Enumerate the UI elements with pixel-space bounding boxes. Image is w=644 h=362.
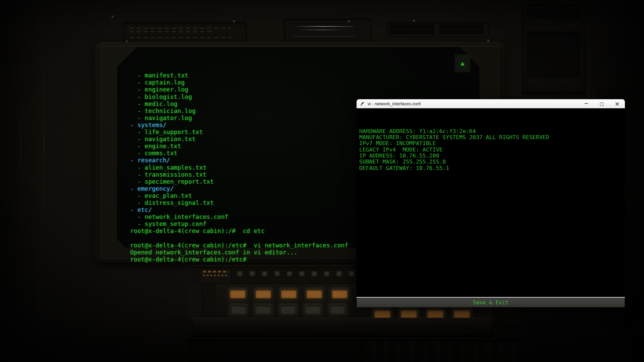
rivet	[413, 19, 416, 22]
plate-markings	[203, 271, 228, 273]
terminal-line: - life_support.txt	[130, 128, 348, 135]
terminal-line: - engine.txt	[130, 142, 348, 149]
feather-icon	[360, 101, 365, 107]
terminal-line: - evac_plan.txt	[130, 192, 348, 199]
spaceship-console-scene: - manifest.txt - captain.log - engineer.…	[0, 0, 644, 362]
console-small-button	[335, 269, 343, 278]
rivet	[347, 20, 351, 23]
terminal-line: - emergency/	[130, 185, 348, 192]
close-button[interactable]: ×	[609, 99, 625, 108]
vi-window-titlebar[interactable]: vi - network_interfaces.conf − □ ×	[357, 99, 625, 108]
config-line: HARDWARE ADDRESS: f1:a2:6c:f3:2e:64	[359, 128, 622, 134]
strip-inset	[527, 32, 580, 78]
terminal-line: - navigator.log	[130, 114, 348, 121]
etched-text-lines	[129, 27, 230, 29]
rivet	[233, 20, 236, 23]
terminal-line: - transmissions.txt	[130, 171, 348, 178]
vi-editor-window: vi - network_interfaces.conf − □ × HARDW…	[357, 99, 625, 307]
terminal-line: - comms.txt	[130, 149, 348, 157]
terminal-line: - network_interfaces.conf	[130, 213, 348, 220]
window-controls: − □ ×	[579, 99, 625, 108]
terminal-line: - technician.log	[130, 107, 348, 114]
config-line: MANUFACTURER: CYBERSTATE SYSTEMS 2037 AL…	[359, 134, 622, 140]
terminal-line: - system_setup.conf	[130, 220, 348, 227]
vi-editor-content[interactable]: HARDWARE ADDRESS: f1:a2:6c:f3:2e:64MANUF…	[357, 108, 625, 297]
terminal-line: - etc/	[130, 206, 348, 213]
strip-inset	[527, 3, 580, 19]
scratch-highlight	[292, 36, 356, 37]
terminal-line: - specimen_report.txt	[130, 178, 348, 185]
config-line: IP ADDRESS: 10.76.55.200	[359, 153, 622, 159]
vent-slot	[439, 25, 484, 34]
console-small-button	[298, 269, 306, 278]
terminal-line: - biologist.log	[130, 93, 348, 100]
minimize-button[interactable]: −	[579, 99, 594, 108]
plate-markings	[203, 275, 228, 276]
rivet	[111, 15, 114, 18]
scratch-highlight	[293, 26, 354, 27]
terminal-line: - medic.log	[130, 100, 348, 107]
terminal-line: root@x-delta-4(crew cabin):/etc# vi netw…	[130, 242, 348, 249]
minimize-icon: −	[584, 100, 588, 107]
maximize-icon: □	[600, 101, 604, 106]
scroll-up-arrow-icon: ▲	[461, 60, 464, 66]
decor-panel-etched-label	[123, 22, 247, 44]
console-small-button	[248, 269, 257, 278]
console-front-edge	[192, 318, 494, 337]
console-key-orange	[304, 287, 325, 302]
console-small-button	[347, 269, 356, 278]
etched-text-lines	[129, 31, 213, 32]
terminal-line: - captain.log	[130, 79, 348, 86]
console-small-button	[235, 269, 244, 278]
panel-seam	[84, 15, 523, 15]
decor-right-strip	[522, 0, 586, 95]
scroll-up-indicator[interactable]: ▲	[455, 55, 470, 72]
console-key-olive	[278, 303, 298, 317]
console-small-button	[285, 269, 294, 278]
save-exit-label: Save & Exit	[473, 299, 508, 306]
panel-seam	[21, 47, 21, 248]
terminal-line: - research/	[130, 157, 348, 164]
config-line: DEFAULT GATEWAY: 10.76.55.1	[359, 165, 622, 171]
ribbed-panel	[363, 339, 524, 362]
window-title: vi - network_interfaces.conf	[368, 101, 421, 106]
config-line: IPv7 MODE: INCOMPATIBLE	[359, 140, 622, 146]
console-label-plate	[200, 268, 231, 284]
console-hinge	[186, 282, 203, 322]
console-key-olive	[229, 303, 248, 317]
terminal-line: Opened network_interfaces.conf in vi edi…	[130, 249, 348, 256]
terminal-line: root@x-delta-4(crew cabin):/# cd etc	[130, 227, 348, 234]
console-small-button	[260, 269, 269, 278]
console-key-olive	[303, 303, 323, 317]
terminal-line: - systems/	[130, 121, 348, 128]
decor-vent-slots	[386, 22, 489, 38]
terminal-line: - distress_signal.txt	[130, 199, 348, 206]
console-small-button	[273, 269, 281, 278]
console-key-olive	[254, 303, 273, 317]
terminal-line	[130, 234, 348, 241]
terminal-line: - engineer.log	[130, 86, 348, 93]
etched-text-lines	[129, 37, 233, 38]
console-key-orange	[227, 287, 248, 302]
terminal-output: - manifest.txt - captain.log - engineer.…	[130, 51, 348, 263]
vent-slot	[390, 25, 434, 34]
console-key-orange	[329, 287, 350, 302]
close-icon: ×	[614, 100, 620, 107]
ribbed-panel	[188, 339, 363, 362]
console-small-button	[322, 269, 331, 278]
decor-panel-scratched	[284, 19, 372, 44]
console-small-button	[310, 269, 319, 278]
console-orange-keys-row	[227, 287, 350, 302]
terminal-line: - alien_samples.txt	[130, 164, 348, 171]
console-key-orange	[253, 287, 274, 302]
console-key-olive	[328, 303, 347, 317]
terminal-line: root@x-delta-4(crew cabin):/etc#	[130, 256, 348, 263]
console-olive-keys-row	[229, 303, 347, 317]
scratch-highlight	[297, 29, 347, 30]
console-key-orange	[278, 287, 299, 302]
config-line: SUBNET MASK: 255.255.255.0	[359, 159, 622, 165]
save-exit-button[interactable]: Save & Exit	[357, 297, 625, 307]
maximize-button[interactable]: □	[594, 99, 609, 108]
terminal-line: - navigation.txt	[130, 135, 348, 142]
config-line: LEGACY IPv4 MODE: ACTIVE	[359, 147, 622, 153]
